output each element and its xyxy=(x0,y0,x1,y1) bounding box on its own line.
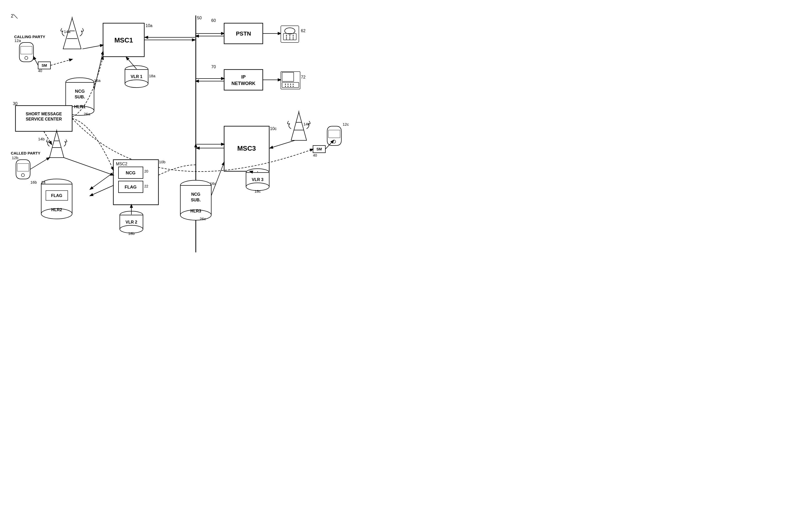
phone12c-id: 12c xyxy=(343,122,349,127)
svg-point-23 xyxy=(290,86,291,87)
smsc-line1: SHORT MESSAGE xyxy=(26,112,62,116)
svg-text:FLAG: FLAG xyxy=(51,193,62,198)
msc2-id: 10b xyxy=(159,160,165,164)
svg-point-19 xyxy=(290,84,291,85)
ip-network-label2: NETWORK xyxy=(232,81,256,86)
svg-text:SUB.: SUB. xyxy=(191,198,201,202)
msc3-id: 10c xyxy=(270,127,277,131)
hlr2-id: 16b xyxy=(30,180,37,185)
smsc-line2: SERVICE CENTER xyxy=(26,117,62,121)
phone-12b xyxy=(16,160,30,179)
ncg-id: 20 xyxy=(144,169,148,173)
hlr3-sub-id: 26c xyxy=(200,217,206,221)
hlr1-ref: 16a xyxy=(94,78,101,83)
phone-12a xyxy=(19,43,33,62)
backbone-label: 50 xyxy=(197,16,202,20)
svg-point-18 xyxy=(288,84,289,85)
svg-point-6 xyxy=(289,35,290,36)
svg-point-10 xyxy=(293,36,294,38)
hlr2-ref: 24 xyxy=(41,180,46,185)
sm-label-2: SM xyxy=(317,147,322,151)
svg-text:SUB.: SUB. xyxy=(75,94,85,99)
svg-point-5 xyxy=(286,35,287,36)
svg-point-27 xyxy=(125,80,148,88)
svg-point-21 xyxy=(285,86,286,87)
flag-id: 22 xyxy=(144,184,148,188)
svg-point-9 xyxy=(289,36,290,38)
svg-point-8 xyxy=(286,36,287,38)
telephone-62 xyxy=(281,26,299,43)
phone72-id: 72 xyxy=(301,75,306,79)
msc1-id: 10a xyxy=(146,24,153,28)
svg-text:NCG: NCG xyxy=(75,89,85,94)
calling-party-label: CALLING PARTY xyxy=(14,34,45,39)
msc3-label: MSC3 xyxy=(237,145,256,152)
hlr3: NCG SUB. HLR3 xyxy=(180,180,211,220)
svg-text:HLR3: HLR3 xyxy=(190,209,201,213)
svg-point-17 xyxy=(285,84,286,85)
svg-text:VLR 2: VLR 2 xyxy=(126,220,137,224)
phone-12c xyxy=(327,126,341,146)
svg-text:VLR 1: VLR 1 xyxy=(131,74,142,79)
flag-msc2-label: FLAG xyxy=(125,185,136,190)
ip-id: 70 xyxy=(211,65,216,69)
svg-point-11 xyxy=(286,39,287,40)
phone12b-id: 12b xyxy=(12,156,18,160)
svg-rect-0 xyxy=(0,0,406,265)
vlr1-id: 18a xyxy=(149,74,156,78)
ref-2: 2 xyxy=(11,13,13,18)
vlr3-id: 18c xyxy=(255,189,261,193)
sm-label-1: SM xyxy=(42,63,47,68)
ip-network-box xyxy=(224,70,263,90)
smsc-id: 30 xyxy=(13,102,17,106)
phone62-id: 62 xyxy=(301,29,306,33)
svg-point-12 xyxy=(289,39,290,40)
svg-text:NCG: NCG xyxy=(191,192,200,196)
svg-text:VLR 3: VLR 3 xyxy=(252,177,263,182)
sm-id-2: 40 xyxy=(313,153,317,157)
sm-id-1: 40 xyxy=(38,69,42,73)
svg-point-20 xyxy=(293,84,294,85)
svg-point-24 xyxy=(293,86,294,87)
svg-point-22 xyxy=(288,86,289,87)
tower14a-id: 14a xyxy=(64,29,71,34)
telephone-72 xyxy=(281,72,300,89)
svg-text:HLR1: HLR1 xyxy=(74,104,86,109)
tower14c-id: 14c xyxy=(303,122,310,126)
svg-point-13 xyxy=(293,39,294,40)
pstn-label: PSTN xyxy=(236,30,251,37)
svg-text:HLR2: HLR2 xyxy=(51,208,62,212)
pstn-id: 60 xyxy=(211,18,216,23)
msc2-id-label: MSC2 xyxy=(116,162,128,166)
hlr2: FLAG HLR2 xyxy=(41,179,72,219)
msc1-label: MSC1 xyxy=(114,36,133,44)
vlr2-id: 18b xyxy=(128,231,134,236)
called-party-label: CALLED PARTY xyxy=(11,151,41,155)
ncg-msc2-label: NCG xyxy=(126,171,135,175)
phone12a-id: 12a xyxy=(14,39,21,43)
tower14b-label: 14b xyxy=(38,137,45,141)
ip-network-label: IP xyxy=(241,74,246,79)
svg-point-7 xyxy=(293,35,294,36)
hlr1-sub-id: 26a xyxy=(84,112,90,116)
